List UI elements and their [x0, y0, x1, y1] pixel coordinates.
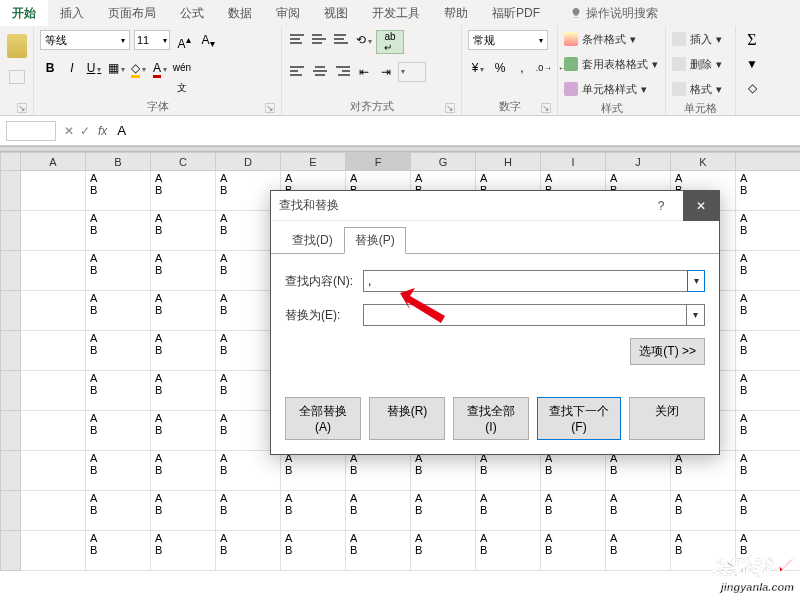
tab-dev[interactable]: 开发工具 — [360, 0, 432, 26]
cell[interactable] — [21, 411, 86, 451]
cell[interactable]: A B — [86, 211, 151, 251]
borders-button[interactable]: ▦ — [106, 58, 126, 78]
cell[interactable]: A B — [736, 371, 801, 411]
cell[interactable]: A B — [736, 211, 801, 251]
tab-data[interactable]: 数据 — [216, 0, 264, 26]
tab-insert[interactable]: 插入 — [48, 0, 96, 26]
cell[interactable]: A B — [151, 531, 216, 571]
cell[interactable]: A B — [281, 491, 346, 531]
find-next-button[interactable]: 查找下一个(F) — [537, 397, 621, 440]
replace-dropdown-button[interactable]: ▾ — [686, 305, 704, 325]
find-input[interactable] — [364, 271, 688, 291]
col-header[interactable]: E — [281, 153, 346, 171]
cell[interactable]: A B — [86, 291, 151, 331]
cell[interactable]: A B — [151, 371, 216, 411]
dialog-close-footer-button[interactable]: 关闭 — [629, 397, 705, 440]
confirm-edit-icon[interactable]: ✓ — [80, 124, 90, 138]
number-format-combo[interactable]: 常规▾ — [468, 30, 548, 50]
tab-formula[interactable]: 公式 — [168, 0, 216, 26]
cell[interactable]: A B — [541, 451, 606, 491]
italic-button[interactable]: I — [62, 58, 82, 78]
cell[interactable]: A B — [606, 491, 671, 531]
col-header[interactable]: H — [476, 153, 541, 171]
cell[interactable] — [21, 371, 86, 411]
cell[interactable] — [21, 171, 86, 211]
percent-button[interactable]: % — [490, 58, 510, 78]
replace-button[interactable]: 替换(R) — [369, 397, 445, 440]
tab-foxit[interactable]: 福昕PDF — [480, 0, 552, 26]
bold-button[interactable]: B — [40, 58, 60, 78]
wrap-text-button[interactable]: ab↵ — [376, 30, 404, 54]
select-all-corner[interactable] — [1, 153, 21, 171]
row-header[interactable] — [1, 451, 21, 491]
currency-button[interactable]: ¥ — [468, 58, 488, 78]
cell[interactable]: A B — [86, 411, 151, 451]
find-dropdown-button[interactable]: ▾ — [687, 270, 705, 292]
col-header[interactable]: I — [541, 153, 606, 171]
cell[interactable]: A B — [216, 451, 281, 491]
clipboard-launcher[interactable]: ↘ — [17, 103, 27, 113]
cell[interactable]: A B — [411, 531, 476, 571]
indent-increase[interactable]: ⇥ — [376, 62, 396, 82]
font-size-combo[interactable]: 11▾ — [134, 30, 170, 50]
fill-button[interactable]: ▼ — [742, 54, 762, 74]
row-header[interactable] — [1, 291, 21, 331]
col-header[interactable]: G — [411, 153, 476, 171]
dialog-close-button[interactable]: ✕ — [683, 191, 719, 221]
cell[interactable] — [21, 251, 86, 291]
dialog-help-button[interactable]: ? — [643, 191, 679, 221]
col-header[interactable]: A — [21, 153, 86, 171]
number-launcher[interactable]: ↘ — [541, 103, 551, 113]
clipboard-options[interactable] — [9, 70, 25, 84]
cell[interactable]: A B — [86, 331, 151, 371]
fill-color-button[interactable]: ◇ — [128, 58, 148, 78]
cell[interactable] — [21, 451, 86, 491]
cell[interactable]: A B — [476, 491, 541, 531]
underline-button[interactable]: U — [84, 58, 104, 78]
cell[interactable]: A B — [346, 491, 411, 531]
find-input-combo[interactable]: ▾ — [363, 270, 705, 292]
tab-help[interactable]: 帮助 — [432, 0, 480, 26]
tab-review[interactable]: 审阅 — [264, 0, 312, 26]
align-launcher[interactable]: ↘ — [445, 103, 455, 113]
cell[interactable]: A B — [151, 291, 216, 331]
cell[interactable]: A B — [216, 531, 281, 571]
cell[interactable]: A B — [411, 451, 476, 491]
cell[interactable]: A B — [736, 331, 801, 371]
col-header[interactable] — [736, 153, 801, 171]
cell[interactable]: A B — [411, 491, 476, 531]
cell[interactable] — [21, 491, 86, 531]
cell[interactable]: A B — [86, 251, 151, 291]
cell[interactable]: A B — [606, 531, 671, 571]
cell[interactable]: A B — [541, 491, 606, 531]
tell-me-search[interactable]: 操作说明搜索 — [558, 0, 670, 26]
col-header[interactable]: J — [606, 153, 671, 171]
tab-replace[interactable]: 替换(P) — [344, 227, 406, 254]
cell[interactable]: A B — [281, 451, 346, 491]
cell[interactable]: A B — [736, 291, 801, 331]
cell[interactable]: A B — [281, 531, 346, 571]
col-header[interactable]: C — [151, 153, 216, 171]
cell[interactable]: A B — [346, 531, 411, 571]
options-button[interactable]: 选项(T) >> — [630, 338, 705, 365]
cell[interactable]: A B — [216, 491, 281, 531]
row-header[interactable] — [1, 531, 21, 571]
cell[interactable]: A B — [151, 251, 216, 291]
cell[interactable]: A B — [151, 491, 216, 531]
cell[interactable]: A B — [476, 451, 541, 491]
row-header[interactable] — [1, 251, 21, 291]
replace-input-combo[interactable]: ▾ — [363, 304, 705, 326]
font-name-combo[interactable]: 等线▾ — [40, 30, 130, 50]
col-header[interactable]: D — [216, 153, 281, 171]
cell[interactable]: A B — [541, 531, 606, 571]
cell[interactable]: A B — [671, 491, 736, 531]
align-right[interactable] — [332, 62, 352, 80]
insert-cells-button[interactable]: 插入 ▾ — [672, 30, 722, 48]
tab-home[interactable]: 开始 — [0, 0, 48, 26]
tab-find[interactable]: 查找(D) — [281, 227, 344, 254]
cell[interactable]: A B — [346, 451, 411, 491]
clear-button[interactable]: ◇ — [742, 78, 762, 98]
cell[interactable] — [21, 211, 86, 251]
cell[interactable]: A B — [476, 531, 541, 571]
replace-input[interactable] — [364, 305, 686, 325]
